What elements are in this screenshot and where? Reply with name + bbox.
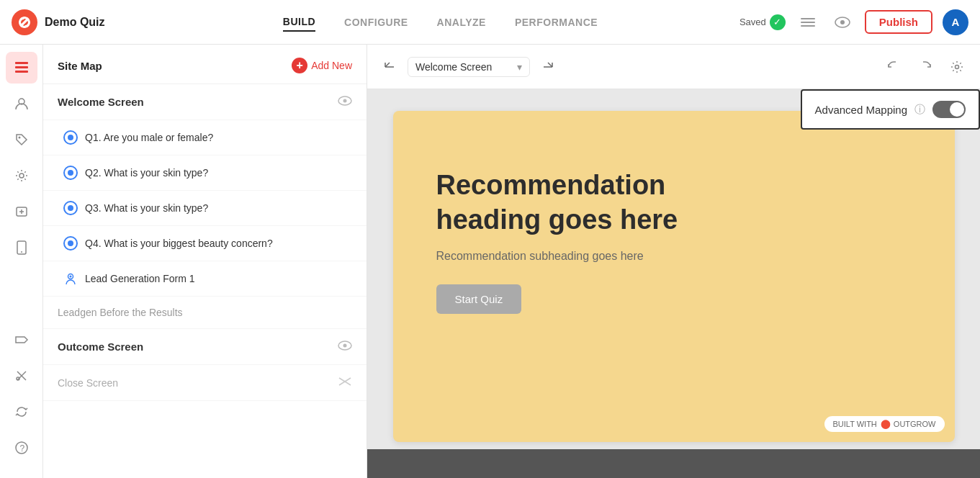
svg-point-9 <box>18 137 20 139</box>
sidebar-icon-refresh[interactable] <box>6 396 37 428</box>
sitemap-title: Site Map <box>58 60 102 72</box>
sitemap-header: Site Map + Add New <box>43 45 367 84</box>
sidebar-icon-help[interactable]: ? <box>6 432 37 464</box>
question-icon-q3 <box>63 201 78 215</box>
canvas-bottom-strip <box>367 449 980 478</box>
preview-heading: Recommendation heading goes here <box>436 168 739 237</box>
svg-point-20 <box>343 99 347 103</box>
sidebar-icon-label[interactable] <box>6 324 37 356</box>
preview-button[interactable] <box>830 10 855 35</box>
canvas-prev-button[interactable] <box>379 56 400 78</box>
sidebar-icon-user[interactable] <box>6 88 37 120</box>
main-layout: ? Site Map + Add New Welcome Screen <box>0 45 980 478</box>
svg-rect-6 <box>15 66 28 68</box>
svg-point-4 <box>840 20 845 24</box>
toggle-button[interactable] <box>796 10 820 35</box>
svg-point-24 <box>343 344 347 348</box>
sitemap-item-q4[interactable]: Q4. What is your biggest beauty concern? <box>43 226 367 261</box>
app-title: Demo Quiz <box>45 16 105 29</box>
sitemap-item-leadgen-before[interactable]: Leadgen Before the Results <box>43 297 367 329</box>
canvas-toolbar: Welcome Screen ▾ <box>367 45 980 89</box>
sitemap-item-welcome-screen[interactable]: Welcome Screen <box>43 84 367 120</box>
nav-configure[interactable]: CONFIGURE <box>344 14 408 31</box>
redo-button[interactable] <box>914 55 937 78</box>
person-icon-leadgen <box>63 271 78 286</box>
eye-icon-outcome[interactable] <box>338 339 352 354</box>
sidebar-bottom-icons: ? <box>6 324 37 471</box>
saved-badge: Saved ✓ <box>740 14 786 30</box>
sidebar-icon-pages[interactable] <box>6 52 37 84</box>
add-new-button[interactable]: + Add New <box>292 58 352 73</box>
canvas-toolbar-right <box>882 55 968 78</box>
app-logo <box>12 9 37 35</box>
nav-analyze[interactable]: ANALYZE <box>437 14 486 31</box>
svg-point-22 <box>70 276 72 278</box>
question-icon-q2 <box>63 166 78 180</box>
saved-label: Saved <box>740 17 766 27</box>
undo-button[interactable] <box>882 55 905 78</box>
sitemap-item-close-screen[interactable]: Close Screen <box>43 365 367 401</box>
sitemap-item-q2[interactable]: Q2. What is your skin type? <box>43 155 367 191</box>
main-nav: BUILD CONFIGURE ANALYZE PERFORMANCE <box>141 13 740 32</box>
nav-build[interactable]: BUILD <box>283 13 315 32</box>
sidebar-icon-mobile[interactable] <box>6 232 37 263</box>
svg-rect-7 <box>15 71 28 73</box>
add-plus-icon: + <box>292 58 307 73</box>
sitemap-item-leadgen[interactable]: Lead Generation Form 1 <box>43 261 367 297</box>
saved-check-icon: ✓ <box>770 14 786 30</box>
sitemap-item-q3[interactable]: Q3. What is your skin type? <box>43 191 367 226</box>
canvas-area: Welcome Screen ▾ Advanced Mapping <box>367 45 980 478</box>
question-icon-q4 <box>63 236 78 251</box>
start-quiz-button[interactable]: Start Quiz <box>436 284 522 314</box>
advanced-mapping-label: Advanced Mapping <box>815 104 907 116</box>
outgrow-brand: ⬤ <box>881 419 890 429</box>
sidebar-icon-dollar[interactable] <box>6 196 37 227</box>
publish-button[interactable]: Publish <box>865 10 932 34</box>
logo-area: Demo Quiz <box>12 9 141 35</box>
sidebar-icon-settings[interactable] <box>6 160 37 191</box>
preview-card[interactable]: Recommendation heading goes here Recomme… <box>393 111 955 442</box>
toggle-knob <box>950 102 964 117</box>
brand-name: OUTGROW <box>894 420 936 428</box>
sidebar-icon-cut[interactable] <box>6 360 37 392</box>
sitemap-item-q1[interactable]: Q1. Are you male or female? <box>43 120 367 155</box>
preview-subheading: Recommendation subheading goes here <box>436 250 912 263</box>
sitemap-panel: Site Map + Add New Welcome Screen Q1. Ar… <box>43 45 367 478</box>
svg-rect-2 <box>801 25 815 27</box>
sitemap-list: Welcome Screen Q1. Are you male or femal… <box>43 84 367 478</box>
nav-right-area: Saved ✓ Publish A <box>740 9 968 35</box>
svg-point-13 <box>21 251 22 253</box>
user-avatar[interactable]: A <box>943 9 968 35</box>
svg-point-31 <box>956 65 959 68</box>
dropdown-arrow: ▾ <box>517 61 522 73</box>
icon-sidebar: ? <box>0 45 43 478</box>
built-with-label: BUILT WITH <box>833 420 877 428</box>
eye-icon-close <box>338 375 352 390</box>
svg-rect-0 <box>801 18 815 19</box>
svg-text:?: ? <box>19 443 24 454</box>
screen-selector-label: Welcome Screen <box>415 61 492 73</box>
info-icon[interactable]: ⓘ <box>914 103 925 117</box>
eye-icon-welcome[interactable] <box>338 94 352 109</box>
canvas-content: Recommendation heading goes here Recomme… <box>367 89 980 449</box>
nav-performance[interactable]: PERFORMANCE <box>515 14 598 31</box>
sitemap-item-outcome-screen[interactable]: Outcome Screen <box>43 329 367 365</box>
canvas-next-button[interactable] <box>537 56 559 78</box>
svg-rect-1 <box>801 22 815 23</box>
built-with-badge: BUILT WITH ⬤ OUTGROW <box>824 416 945 432</box>
top-navigation: Demo Quiz BUILD CONFIGURE ANALYZE PERFOR… <box>0 0 980 45</box>
question-icon-q1 <box>63 130 78 145</box>
settings-icon-btn[interactable] <box>945 55 968 78</box>
sidebar-icon-tag[interactable] <box>6 124 37 155</box>
advanced-mapping-toggle[interactable] <box>932 101 966 118</box>
svg-rect-5 <box>15 62 28 64</box>
advanced-mapping-box: Advanced Mapping ⓘ <box>801 89 980 130</box>
screen-selector[interactable]: Welcome Screen ▾ <box>408 57 530 77</box>
svg-point-10 <box>19 173 24 178</box>
